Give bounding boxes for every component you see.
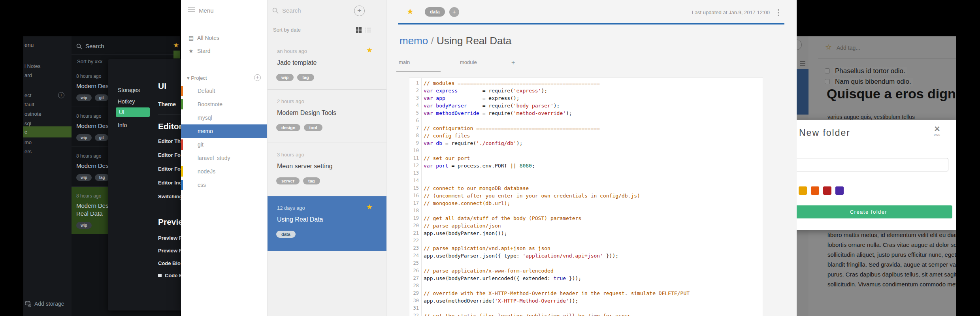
line-number: 19 bbox=[409, 214, 421, 222]
code-token: })); bbox=[603, 253, 618, 259]
tag-pill[interactable]: design bbox=[276, 124, 300, 131]
grid-view-icon[interactable] bbox=[356, 27, 362, 34]
dark-sidebar-item[interactable]: e bbox=[23, 126, 72, 137]
color-swatch[interactable] bbox=[799, 186, 807, 195]
sidebar-folder-memo[interactable]: memo bbox=[181, 124, 267, 138]
code-line bbox=[424, 169, 763, 177]
tag-pill[interactable]: wip bbox=[76, 134, 92, 141]
note-item[interactable]: 3 hours agoMean server settingservertag bbox=[268, 143, 386, 196]
code-line: app.use(methodOverride('X-HTTP-Method-Ov… bbox=[424, 297, 763, 305]
line-number: 25 bbox=[409, 260, 421, 267]
code-token: // set the static files location /public… bbox=[424, 313, 631, 316]
kebab-menu-icon[interactable] bbox=[778, 8, 779, 17]
folder-label: Boostnote bbox=[198, 101, 222, 107]
code-line: // (uncomment after you enter in your ow… bbox=[424, 192, 763, 199]
code-token: ); bbox=[566, 110, 572, 116]
code-line: app.use(bodyParser.json({ type: 'applica… bbox=[424, 252, 763, 260]
code-line bbox=[424, 237, 763, 245]
tag-pill[interactable]: wip bbox=[76, 174, 92, 181]
dark-sidebar-item[interactable]: ect+ bbox=[23, 91, 72, 100]
tag-pill[interactable]: data bbox=[276, 231, 296, 238]
code-token: = require( bbox=[442, 140, 476, 146]
code-token: )); bbox=[569, 298, 578, 304]
settings-tab-ui[interactable]: UI bbox=[116, 107, 150, 117]
code-token: app.use(bodyParser.json({ type: bbox=[424, 253, 522, 259]
tag-pill[interactable]: wip bbox=[76, 222, 92, 229]
dark-sidebar-item[interactable]: ard bbox=[23, 71, 72, 80]
add-folder-button[interactable]: + bbox=[254, 74, 261, 81]
sidebar-folder-laravel_study[interactable]: laravel_study bbox=[181, 151, 267, 165]
tab-main[interactable]: main bbox=[399, 59, 410, 65]
right-window: ☆ Add tag... Phasellus id tortor odio.Na… bbox=[797, 36, 956, 316]
note-tags: wiptag bbox=[276, 73, 318, 81]
dark-sidebar-item[interactable]: l Notes bbox=[23, 62, 72, 71]
settings-option: Preview F bbox=[158, 248, 182, 254]
note-tag-pill[interactable]: data bbox=[425, 7, 445, 17]
search-placeholder: Search bbox=[85, 43, 104, 49]
breadcrumb-folder[interactable]: memo bbox=[400, 35, 428, 47]
chevron-down-icon: ▾ bbox=[187, 75, 191, 81]
tab-module[interactable]: module bbox=[460, 59, 477, 65]
sidebar-folder-mysql[interactable]: mysql bbox=[181, 111, 267, 124]
tag-pill[interactable]: tag bbox=[297, 74, 314, 81]
sidebar-folder-Default[interactable]: Default bbox=[181, 84, 267, 98]
dark-sidebar-item[interactable]: mo bbox=[23, 138, 72, 147]
add-folder-button[interactable]: + bbox=[58, 92, 64, 98]
add-tag-button[interactable]: + bbox=[449, 7, 459, 17]
line-number: 20 bbox=[409, 222, 421, 229]
code-block-checkbox[interactable]: Code B bbox=[158, 273, 183, 278]
settings-option: Editor Fo bbox=[158, 152, 181, 158]
close-button[interactable]: ✕esc bbox=[934, 125, 940, 137]
settings-option: Preview F bbox=[158, 235, 182, 241]
dark-menu-label[interactable]: enu bbox=[24, 42, 34, 48]
tag-pill[interactable]: tool bbox=[304, 124, 322, 131]
tag-pill[interactable]: tag bbox=[95, 174, 109, 181]
note-item[interactable]: 12 days ago★Using Real Datadata bbox=[268, 196, 386, 251]
folder-label: css bbox=[198, 182, 206, 188]
tag-pill[interactable]: server bbox=[276, 177, 300, 184]
hamburger-icon bbox=[188, 6, 195, 13]
tag-pill[interactable]: git bbox=[95, 134, 108, 141]
sidebar-folder-nodeJs[interactable]: nodeJs bbox=[181, 165, 267, 178]
folder-label: Default bbox=[198, 88, 215, 94]
folder-color-chip bbox=[181, 139, 183, 150]
add-tab-button[interactable]: + bbox=[511, 59, 515, 66]
tag-pill[interactable]: tag bbox=[303, 177, 320, 184]
new-note-button[interactable]: + bbox=[354, 6, 365, 16]
search-input[interactable]: Search bbox=[272, 7, 301, 14]
tag-pill[interactable]: wip bbox=[276, 74, 294, 81]
color-swatch[interactable] bbox=[835, 186, 844, 195]
note-item[interactable]: 2 hours agoModern Design Toolsdesigntool bbox=[268, 90, 386, 143]
add-storage-button[interactable]: Add storage bbox=[24, 301, 64, 307]
star-icon[interactable]: ★ bbox=[407, 7, 414, 16]
sidebar-folder-css[interactable]: css bbox=[181, 178, 267, 192]
sort-label[interactable]: Sort by date bbox=[273, 27, 301, 33]
code-line bbox=[424, 207, 763, 214]
dark-sidebar-item[interactable]: ers bbox=[23, 147, 72, 156]
sidebar-item-all-notes[interactable]: ▤All Notes bbox=[188, 35, 219, 41]
tag-pill[interactable]: wip bbox=[76, 94, 92, 101]
menu-label: Menu bbox=[199, 7, 214, 14]
note-item[interactable]: an hours ago★Jade templatewiptag bbox=[268, 40, 386, 90]
code-token: 'body-parser' bbox=[513, 103, 554, 109]
code-editor[interactable]: 1234567891011121314151617181920212223242… bbox=[409, 77, 763, 316]
selected-note-sliver bbox=[173, 51, 180, 58]
dark-sidebar-item[interactable]: fault bbox=[23, 100, 72, 109]
dark-sort-label[interactable]: Sort by xxx bbox=[77, 58, 102, 64]
dark-sidebar-item[interactable]: ostnote bbox=[23, 109, 72, 118]
sidebar-item-starred[interactable]: ★Stard bbox=[188, 48, 210, 54]
line-number: 21 bbox=[409, 229, 421, 237]
tag-pill[interactable]: git bbox=[95, 94, 108, 101]
sidebar-folder-Boostnote[interactable]: Boostnote bbox=[181, 98, 267, 111]
code-token: var bbox=[424, 163, 433, 169]
create-folder-button[interactable]: Create folder bbox=[797, 205, 952, 218]
dark-search-input[interactable]: Search bbox=[76, 43, 104, 49]
folder-name-input[interactable] bbox=[797, 158, 948, 171]
project-header[interactable]: ▾ Project bbox=[187, 75, 207, 81]
menu-button[interactable]: Menu bbox=[188, 6, 214, 14]
list-view-icon[interactable] bbox=[365, 27, 371, 34]
color-swatch[interactable] bbox=[823, 186, 831, 195]
folder-label: git bbox=[198, 141, 204, 148]
sidebar-folder-git[interactable]: git bbox=[181, 138, 267, 151]
color-swatch[interactable] bbox=[811, 186, 819, 195]
